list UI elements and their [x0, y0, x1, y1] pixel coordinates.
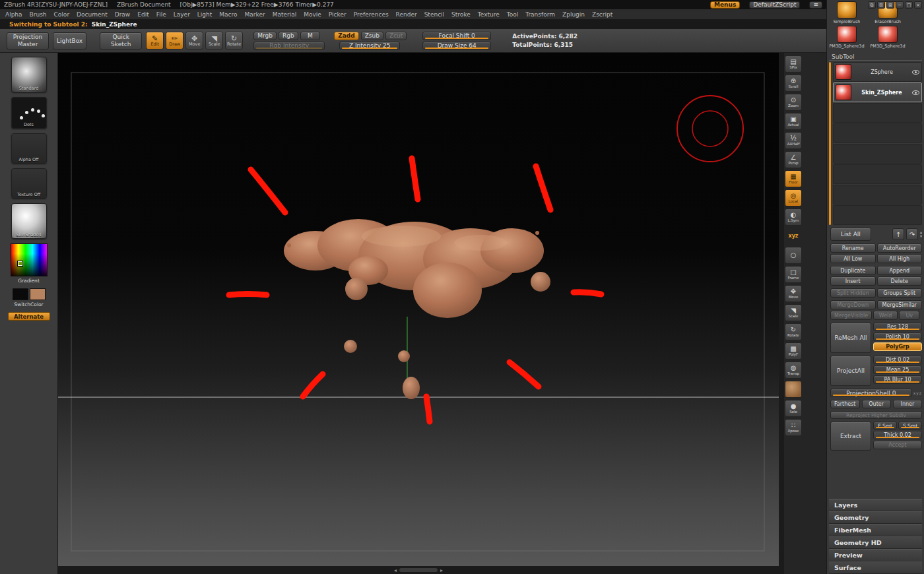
palette-section[interactable]: Geometry: [829, 511, 922, 524]
reorder-arrows[interactable]: ▴ ▾: [920, 230, 922, 238]
dist-slider[interactable]: Dist 0.02: [873, 356, 922, 364]
subtool-button[interactable]: Weld: [873, 311, 898, 320]
axis-toggle-icon[interactable]: xyz: [913, 391, 922, 395]
tool-thumbnail[interactable]: SimpleBrush: [829, 1, 865, 24]
titlebar-icon[interactable]: −: [896, 1, 904, 9]
menu-item[interactable]: Brush: [30, 11, 47, 18]
menu-item[interactable]: Draw: [115, 11, 131, 18]
mode-button[interactable]: ◥ Scale: [205, 32, 223, 49]
menus-button[interactable]: Menus: [710, 1, 740, 9]
menu-item[interactable]: Transform: [525, 11, 555, 18]
projection-master-button[interactable]: Projection Master: [7, 32, 49, 49]
color-mode-button[interactable]: Rgb: [279, 32, 298, 40]
mode-button[interactable]: ✥ Move: [185, 32, 203, 49]
canvas-horizontal-scrollbar[interactable]: ◂ ▸: [58, 566, 779, 574]
subtool-item-skin-zsphere[interactable]: Skin_ZSphere: [833, 82, 922, 102]
sculpt-mode-button[interactable]: Zcut: [385, 32, 407, 40]
s-smt-slider[interactable]: S Smt: [898, 422, 922, 430]
subtool-empty-slot[interactable]: [833, 103, 922, 123]
sculpt-mode-button[interactable]: Zadd: [334, 32, 358, 40]
menu-item[interactable]: File: [156, 11, 166, 18]
subtool-button[interactable]: AutoReorder: [877, 243, 923, 253]
shelf-item[interactable]: ⊙ Zoom: [785, 94, 802, 111]
titlebar-icon[interactable]: ×: [914, 1, 922, 9]
duplicate-arrow-button[interactable]: ↷: [906, 228, 918, 240]
tool-thumbnail[interactable]: PM3D_Sphere3d: [870, 26, 906, 49]
tool-thumbnail[interactable]: PM3D_Sphere3d: [829, 26, 865, 49]
subtool-button[interactable]: Insert: [830, 276, 876, 286]
current-stroke-thumbnail[interactable]: Dots: [11, 97, 47, 129]
current-texture-thumbnail[interactable]: Texture Off: [11, 168, 47, 199]
quick-sketch-button[interactable]: Quick Sketch: [100, 32, 142, 49]
extract-button[interactable]: Extract: [830, 422, 871, 451]
accept-button[interactable]: Accept: [873, 441, 922, 449]
menu-item[interactable]: Alpha: [5, 11, 22, 18]
shelf-item[interactable]: ▩ PolyF: [785, 342, 802, 360]
pa-blur-slider[interactable]: PA Blur 10: [873, 375, 922, 384]
projection-shell-slider[interactable]: ProjectionShell 0: [830, 389, 912, 397]
rgb-intensity-slider[interactable]: Rgb Intensity: [253, 42, 325, 50]
draw-size-slider[interactable]: Draw Size 64: [422, 42, 491, 50]
menu-item[interactable]: Stencil: [424, 11, 444, 18]
subtool-button[interactable]: Split Hidden: [830, 288, 876, 298]
inner-button[interactable]: Inner: [893, 400, 922, 408]
project-all-button[interactable]: ProjectAll: [830, 356, 871, 386]
menu-item[interactable]: Movie: [304, 11, 321, 18]
shelf-item[interactable]: [785, 381, 802, 398]
palette-section[interactable]: Layers: [829, 499, 922, 511]
viewport-canvas[interactable]: [58, 53, 779, 566]
subtool-empty-slot[interactable]: [833, 123, 922, 143]
sculpt-mode-button[interactable]: Zsub: [361, 32, 383, 40]
menu-item[interactable]: Light: [197, 11, 212, 18]
lightbox-button[interactable]: LightBox: [53, 32, 86, 49]
titlebar-icon[interactable]: ⊠: [886, 1, 894, 9]
canvas-vertical-scrollbar[interactable]: [779, 53, 784, 574]
menu-item[interactable]: Material: [273, 11, 297, 18]
mode-button[interactable]: ✎ Edit: [146, 32, 164, 49]
shelf-item[interactable]: xyz: [785, 228, 802, 245]
subtool-scrollbar[interactable]: [829, 62, 831, 225]
shelf-item[interactable]: ◥ Scale: [785, 304, 802, 321]
subtool-empty-slot[interactable]: [833, 164, 922, 184]
shelf-item[interactable]: ½ AAHalf: [785, 132, 802, 149]
palette-section[interactable]: Preview: [829, 549, 922, 561]
subtool-button[interactable]: Uv: [899, 311, 919, 320]
remesh-all-button[interactable]: ReMesh All: [830, 323, 871, 353]
palette-section[interactable]: Geometry HD: [829, 536, 922, 549]
titlebar-icon[interactable]: ⊞: [877, 1, 885, 9]
subtool-button[interactable]: All Low: [830, 254, 876, 263]
menu-item[interactable]: Edit: [137, 11, 148, 18]
mean-slider[interactable]: Mean 25: [873, 366, 922, 374]
color-mode-button[interactable]: M: [300, 32, 320, 40]
res-slider[interactable]: Res 128: [873, 323, 922, 331]
current-alpha-thumbnail[interactable]: Alpha Off: [11, 133, 47, 164]
visibility-eye-icon[interactable]: [912, 90, 919, 95]
z-intensity-slider[interactable]: Z Intensity 25: [339, 42, 400, 50]
current-brush-thumbnail[interactable]: Standard: [11, 57, 47, 92]
subtool-button[interactable]: Groups Split: [877, 288, 923, 298]
shelf-item[interactable]: ↻ Rotate: [785, 323, 802, 340]
subtool-button[interactable]: MergeVisible: [830, 311, 872, 320]
menu-item[interactable]: Marker: [245, 11, 265, 18]
menu-item[interactable]: Document: [77, 11, 108, 18]
subtool-empty-slot[interactable]: [833, 205, 922, 225]
menu-item[interactable]: Stroke: [451, 11, 471, 18]
shelf-item[interactable]: ▤ SPix: [785, 55, 802, 73]
color-mode-button[interactable]: Mrgb: [253, 32, 277, 40]
menu-item[interactable]: Color: [54, 11, 70, 18]
focal-shift-slider[interactable]: Focal Shift 0: [422, 32, 491, 40]
thick-slider[interactable]: Thick 0.02: [873, 431, 922, 439]
shelf-item[interactable]: ∷ Xpose: [785, 419, 802, 436]
shelf-item[interactable]: ◐ L.Sym: [785, 208, 802, 226]
mode-button[interactable]: ✏ Draw: [166, 32, 183, 49]
shelf-item[interactable]: ● Solo: [785, 400, 802, 417]
current-material-thumbnail[interactable]: SkinShade4: [11, 203, 47, 239]
list-all-button[interactable]: List All: [830, 228, 871, 241]
menu-item[interactable]: Picker: [329, 11, 346, 18]
subtool-empty-slot[interactable]: [833, 185, 922, 205]
scrollbar-handle[interactable]: [399, 568, 438, 572]
subtool-button[interactable]: Duplicate: [830, 266, 876, 275]
menu-item[interactable]: Texture: [478, 11, 500, 18]
reproject-higher-subdiv-button[interactable]: Reproject Higher Subdiv: [830, 411, 922, 419]
polish-slider[interactable]: Polish 10: [873, 333, 922, 341]
